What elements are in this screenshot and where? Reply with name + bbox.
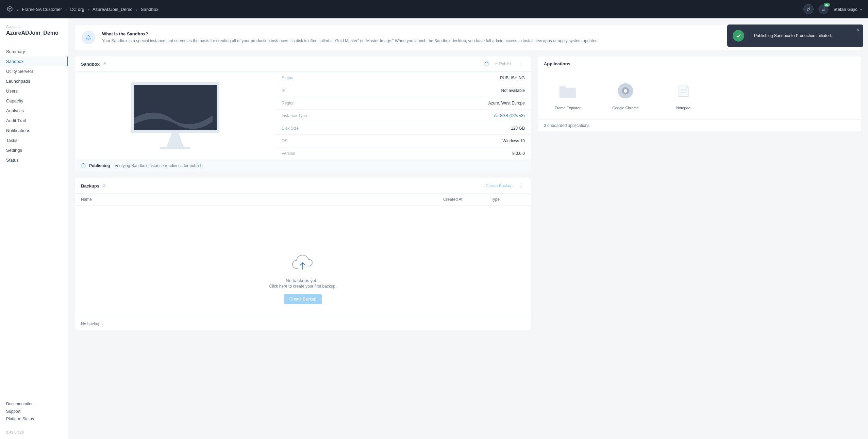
row-label: Region <box>282 101 295 105</box>
sidebar-item-tasks[interactable]: Tasks <box>0 135 68 145</box>
sidebar: Account AzureADJoin_Demo Summary Sandbox… <box>0 18 68 439</box>
col-type: Type <box>491 197 525 202</box>
breadcrumb-sep: › <box>88 7 89 12</box>
breadcrumb-item[interactable]: Frame SA Customer <box>22 7 62 12</box>
footer-link-platform-status[interactable]: Platform Status <box>6 415 62 423</box>
footer-link-support[interactable]: Support <box>6 408 62 415</box>
toast-notification: Publishing Sandbox to Production Initiat… <box>727 25 863 47</box>
sandbox-thumbnail[interactable] <box>75 72 276 160</box>
backups-empty: No backups yet... Click here to create y… <box>75 206 531 318</box>
external-link-icon[interactable] <box>102 184 106 188</box>
breadcrumb-sep: › <box>65 7 67 12</box>
col-created: Created At <box>443 197 491 202</box>
sidebar-nav: Summary Sandbox Utility Servers Launchpa… <box>0 43 68 396</box>
banner-desc: Your Sandbox is a special instance that … <box>102 38 827 44</box>
row-value: Windows 10 <box>503 139 525 143</box>
sidebar-item-utility-servers[interactable]: Utility Servers <box>0 66 68 76</box>
notification-badge: 21 <box>824 3 830 7</box>
sidebar-item-settings[interactable]: Settings <box>0 145 68 155</box>
backups-panel: Backups Create Backup ⋮ Name Created At <box>75 178 531 330</box>
rocket-button[interactable] <box>803 4 814 14</box>
backups-table-head: Name Created At Type <box>75 194 531 206</box>
svg-point-2 <box>825 9 825 9</box>
create-backup-button[interactable]: Create Backup <box>284 294 322 304</box>
breadcrumb-item[interactable]: AzureADJoin_Demo <box>93 7 133 12</box>
breadcrumb-item[interactable]: DC org <box>70 7 84 12</box>
empty-line-1: No backups yet... <box>82 278 524 283</box>
breadcrumb-sep: › <box>136 7 137 12</box>
sidebar-item-summary[interactable]: Summary <box>0 47 68 56</box>
instance-type-link[interactable]: Air 8GB (D2s v3) <box>494 113 525 118</box>
logo-icon[interactable] <box>6 5 14 13</box>
svg-point-1 <box>825 8 825 8</box>
row-value: PUBLISHING <box>500 76 525 80</box>
breadcrumb: Frame SA Customer › DC org › AzureADJoin… <box>22 7 158 12</box>
app-notepad[interactable]: Notepad <box>663 81 704 110</box>
row-label: Version <box>282 151 295 156</box>
divider <box>6 41 16 41</box>
breadcrumb-item[interactable]: Sandbox <box>141 7 158 12</box>
user-menu[interactable]: Stefan Gajic ▾ <box>833 7 862 12</box>
footer-link-documentation[interactable]: Documentation <box>6 400 62 408</box>
svg-point-0 <box>808 9 809 9</box>
applications-grid: Frame Explorer Google Chrome <box>538 71 861 119</box>
sidebar-item-launchpads[interactable]: Launchpads <box>0 76 68 86</box>
sidebar-item-sandbox[interactable]: Sandbox <box>0 56 68 66</box>
top-bar: › Frame SA Customer › DC org › AzureADJo… <box>0 0 868 18</box>
row-label: Status <box>282 76 293 80</box>
app-label: Google Chrome <box>605 106 646 110</box>
main-content: What is the Sandbox? Your Sandbox is a s… <box>68 18 868 439</box>
row-label: OS <box>282 139 287 143</box>
close-icon[interactable]: ✕ <box>856 27 860 32</box>
row-value: 128 GB <box>511 126 525 131</box>
more-menu[interactable]: ⋮ <box>517 61 525 67</box>
svg-point-6 <box>624 89 627 93</box>
row-label: Disk Size <box>282 126 299 131</box>
sidebar-item-notifications[interactable]: Notifications <box>0 126 68 135</box>
row-label: IP <box>282 88 285 93</box>
empty-line-2: Click here to create your first backup. <box>82 284 524 289</box>
row-value: Azure, West Europe <box>488 101 525 105</box>
applications-title: Applications <box>544 61 570 66</box>
sidebar-item-status[interactable]: Status <box>0 155 68 165</box>
topbar-right: 21 Stefan Gajic ▾ <box>803 4 862 14</box>
tasks-button[interactable]: 21 <box>818 4 829 14</box>
sidebar-item-capacity[interactable]: Capacity <box>0 96 68 106</box>
account-name: AzureADJoin_Demo <box>6 29 62 37</box>
sidebar-item-users[interactable]: Users <box>0 86 68 96</box>
breadcrumb-sep: › <box>17 7 18 12</box>
sandbox-title: Sandbox <box>81 62 100 67</box>
col-name: Name <box>81 197 443 202</box>
create-backup-link[interactable]: Create Backup <box>486 183 513 188</box>
sidebar-item-audit-trail[interactable]: Audit Trail <box>0 116 68 126</box>
svg-point-3 <box>825 10 825 11</box>
topbar-left: › Frame SA Customer › DC org › AzureADJo… <box>6 5 158 13</box>
row-value: Not available <box>501 88 525 93</box>
applications-panel: Applications Frame Explorer <box>538 56 861 131</box>
spinner-icon <box>81 163 86 168</box>
chrome-icon <box>615 81 636 101</box>
upload-icon <box>494 62 498 66</box>
banner-title: What is the Sandbox? <box>102 31 827 36</box>
divider <box>749 30 749 42</box>
row-value: 9.0.6.0 <box>512 151 525 156</box>
applications-footer: 3 onboarded applications <box>538 119 861 131</box>
app-google-chrome[interactable]: Google Chrome <box>605 81 646 110</box>
account-label: Account <box>6 25 62 29</box>
app-frame-explorer[interactable]: Frame Explorer <box>547 81 588 110</box>
folder-icon <box>557 81 578 101</box>
sandbox-info-table: StatusPUBLISHING IPNot available RegionA… <box>276 72 531 160</box>
spinner-icon <box>484 62 489 66</box>
publish-button: Publish <box>494 62 513 66</box>
backups-footer: No backups <box>75 318 531 330</box>
sandbox-panel: Sandbox Publish <box>75 56 531 172</box>
cloud-upload-icon <box>291 253 315 272</box>
external-link-icon[interactable] <box>102 62 106 66</box>
sidebar-footer: Documentation Support Platform Status <box>0 396 68 427</box>
toast-message: Publishing Sandbox to Production Initiat… <box>754 33 832 39</box>
notepad-icon <box>673 81 694 101</box>
status-strip: Publishing – Verifying Sandbox instance … <box>75 160 531 172</box>
more-menu[interactable]: ⋮ <box>517 183 525 189</box>
sidebar-item-analytics[interactable]: Analytics <box>0 106 68 116</box>
app-label: Frame Explorer <box>547 106 588 110</box>
